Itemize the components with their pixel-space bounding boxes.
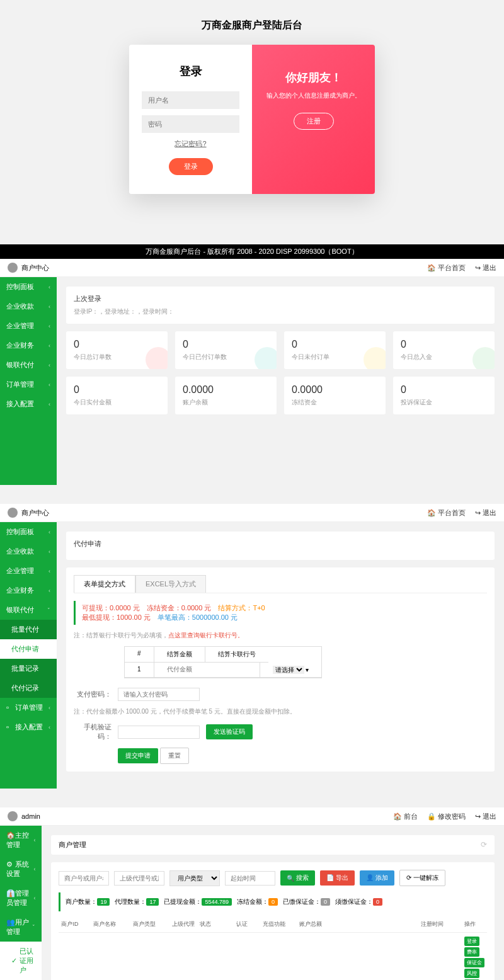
sidebar-item[interactable]: 企业财务‹ <box>0 336 57 355</box>
summary-item: 冻结金额：0 <box>237 897 278 906</box>
stat-card: 0投诉保证金 <box>393 377 495 414</box>
sms-input[interactable] <box>118 726 200 739</box>
export-button[interactable]: 📄 导出 <box>320 870 355 886</box>
nav-home[interactable]: 🏠 平台首页 <box>427 263 466 273</box>
table-header: 商户ID <box>59 916 91 933</box>
sidebar-item[interactable]: 👔管理员管理‹ <box>0 884 42 913</box>
filter-date[interactable] <box>225 871 275 886</box>
send-sms-button[interactable]: 发送验证码 <box>206 724 253 739</box>
nav-logout[interactable]: ↪ 退出 <box>475 263 496 273</box>
table-header: 上级代理 <box>169 916 197 933</box>
sidebar-item[interactable]: 订单管理‹ <box>0 375 57 394</box>
action-button[interactable]: 登录 <box>464 937 479 946</box>
table-header: 账户总额 <box>297 916 418 933</box>
nav-home[interactable]: 🏠 平台首页 <box>427 508 466 518</box>
sidebar: 控制面板‹企业收款‹企业管理‹企业财务‹银联代付‹订单管理‹接入配置‹ <box>0 277 57 485</box>
nav-logout[interactable]: ↪ 退出 <box>475 508 496 518</box>
summary-item: 代理数量：17 <box>115 897 159 906</box>
sidebar-item[interactable]: ▫接入配置‹ <box>0 717 57 737</box>
table-row: 10019demo普通商户正常已认证开启可结算资金：3723.677 未结算资金… <box>59 933 487 981</box>
sidebar-item[interactable]: 企业财务‹ <box>0 581 57 600</box>
filter-agent[interactable] <box>114 871 164 886</box>
sidebar-item[interactable]: 银联代付‹ <box>0 355 57 375</box>
sidebar-item[interactable]: 控制面板‹ <box>0 522 57 542</box>
nav-logout[interactable]: ↪ 退出 <box>475 812 496 821</box>
action-button[interactable]: 费率 <box>464 947 479 957</box>
refresh-icon[interactable]: ⟳ <box>481 840 487 849</box>
avatar-icon <box>8 263 18 273</box>
welcome-text: 输入您的个人信息注册成为商户。 <box>265 91 362 100</box>
reset-button[interactable]: 重置 <box>160 748 189 764</box>
amount-input[interactable] <box>167 666 247 673</box>
summary-item: 商户数量：19 <box>66 897 110 906</box>
sidebar-item[interactable]: 企业收款‹ <box>0 297 57 316</box>
sidebar-sub-item[interactable]: ✓已认证用户 <box>0 942 42 980</box>
summary-item: 已缴保证金：0 <box>283 897 330 906</box>
copyright-bar: 万商金服商户后台 - 版权所有 2008 - 2020 DISP 2099930… <box>0 244 504 259</box>
sidebar-sub-item[interactable]: 批量代付 <box>0 620 57 639</box>
stat-card: 0.0000账户余额 <box>175 377 277 414</box>
header-title: 商户中心 <box>21 263 49 273</box>
sidebar-item[interactable]: 企业管理‹ <box>0 561 57 581</box>
header-title: admin <box>21 812 40 820</box>
search-button[interactable]: 🔍 搜索 <box>280 870 315 886</box>
table-header: 状态 <box>197 916 234 933</box>
header: 商户中心 🏠 平台首页 ↪ 退出 <box>0 504 504 522</box>
sidebar-item[interactable]: ▫订单管理‹ <box>0 698 57 717</box>
submit-button[interactable]: 提交申请 <box>118 748 158 763</box>
panel-title: 代付申请 <box>74 539 487 549</box>
sidebar-item[interactable]: ⚙系统设置‹ <box>0 855 42 884</box>
bank-select[interactable]: 请选择 <box>273 666 304 674</box>
info-box: 可提现：0.0000 元 冻结资金：0.0000 元 结算方式：T+0 最低提现… <box>74 601 487 625</box>
payout-table: #结算金额结算卡联行号 1请选择 ▾ <box>124 646 322 678</box>
welcome-heading: 你好朋友！ <box>265 70 362 85</box>
header: admin 🏠 前台 🔒 修改密码 ↪ 退出 <box>0 807 504 826</box>
password-input[interactable] <box>142 115 239 133</box>
avatar-icon <box>8 811 18 821</box>
unfreeze-button[interactable]: ⟳ 一键解冻 <box>399 870 445 886</box>
tab-excel[interactable]: EXCEL导入方式 <box>135 575 206 593</box>
sidebar-item[interactable]: 🏠主控管理‹ <box>0 826 42 855</box>
nav-password[interactable]: 🔒 修改密码 <box>427 812 466 821</box>
sidebar-item[interactable]: 👥用户管理˅ <box>0 913 42 942</box>
login-card: 登录 忘记密码? 登录 你好朋友！ 输入您的个人信息注册成为商户。 注册 <box>129 45 375 194</box>
avatar-icon <box>8 508 18 518</box>
panel-title: 商户管理 <box>59 841 86 848</box>
table-header: 商户名称 <box>91 916 130 933</box>
sidebar: 🏠主控管理‹⚙系统设置‹👔管理员管理‹👥用户管理˅✓已认证用户⏱待认证用户✗未认… <box>0 826 42 980</box>
sidebar-item[interactable]: 银联代付˅ <box>0 600 57 620</box>
tab-form[interactable]: 表单提交方式 <box>74 575 135 593</box>
pay-password-input[interactable] <box>118 688 200 701</box>
stat-card: 0今日实付金额 <box>66 377 168 414</box>
sidebar-item[interactable]: 企业管理‹ <box>0 316 57 336</box>
action-button[interactable]: 风控 <box>464 969 479 978</box>
login-heading: 登录 <box>142 64 239 79</box>
filter-merchant[interactable] <box>59 871 109 886</box>
login-button[interactable]: 登录 <box>169 158 213 175</box>
table-header: 操作 <box>462 916 487 933</box>
username-input[interactable] <box>142 91 239 109</box>
bank-link[interactable]: 点这里查询银行卡联行号。 <box>168 632 244 639</box>
sidebar: 控制面板‹企业收款‹企业管理‹企业财务‹银联代付˅批量代付代付申请批量记录代付记… <box>0 522 57 789</box>
header-title: 商户中心 <box>21 508 49 518</box>
stat-card: 0今日总订单数 <box>66 331 168 369</box>
table-header: 充值功能 <box>260 916 297 933</box>
add-button[interactable]: 👤 添加 <box>360 870 394 886</box>
filter-type[interactable]: 用户类型 <box>169 870 220 886</box>
sidebar-sub-item[interactable]: 代付申请 <box>0 639 57 659</box>
sidebar-sub-item[interactable]: 批量记录 <box>0 659 57 678</box>
table-header: 商户类型 <box>130 916 169 933</box>
sidebar-item[interactable]: 企业收款‹ <box>0 542 57 561</box>
register-button[interactable]: 注册 <box>294 113 334 130</box>
nav-front[interactable]: 🏠 前台 <box>393 812 418 821</box>
sidebar-sub-item[interactable]: 代付记录 <box>0 678 57 698</box>
sidebar-item[interactable]: 接入配置‹ <box>0 394 57 414</box>
page-title: 万商金服商户登陆后台 <box>0 19 504 32</box>
merchant-table: 商户ID商户名称商户类型上级代理状态认证充值功能账户总额注册时间操作 10019… <box>59 916 487 980</box>
summary-item: 须缴保证金：0 <box>335 897 382 906</box>
action-button[interactable]: 保证金 <box>464 958 484 967</box>
forgot-link[interactable]: 忘记密码? <box>142 139 239 149</box>
stat-card: 0.0000冻结资金 <box>284 377 386 414</box>
table-header: 注册时间 <box>418 916 462 933</box>
sidebar-item[interactable]: 控制面板‹ <box>0 277 57 297</box>
